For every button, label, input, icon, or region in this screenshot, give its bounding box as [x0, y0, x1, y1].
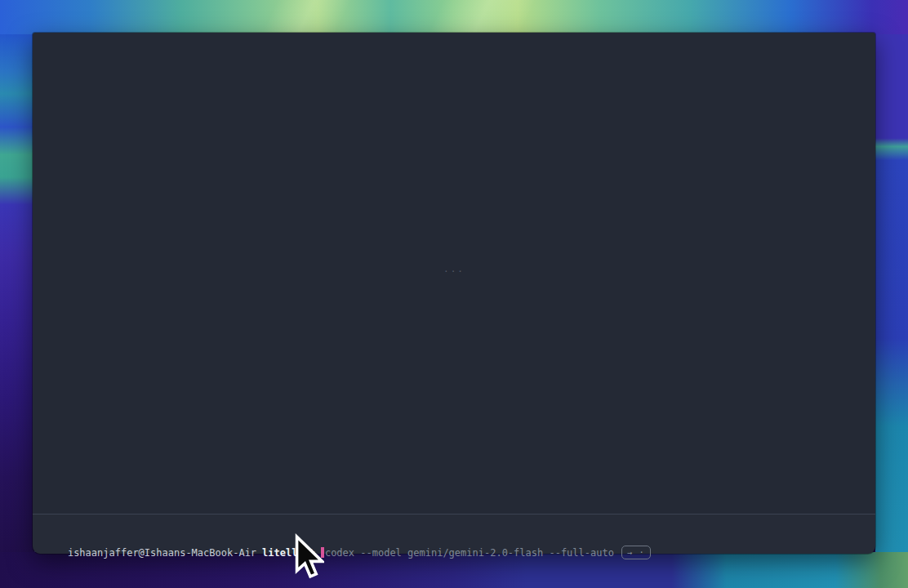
- prompt-user-host: ishaanjaffer@Ishaans-MacBook-Air: [68, 547, 256, 559]
- wallpaper-left-strip: [0, 33, 34, 588]
- autosuggest-hint-key: → ·: [621, 546, 651, 559]
- prompt-symbol: %: [309, 547, 315, 559]
- terminal-window[interactable]: ... ishaanjaffer@Ishaans-MacBook-Airlite…: [33, 33, 875, 554]
- autosuggestion-text: codex --model gemini/gemini-2.0-flash --…: [325, 547, 614, 559]
- wallpaper-right-strip: [875, 33, 908, 588]
- prompt-directory: litellm: [262, 547, 304, 559]
- text-cursor: [321, 547, 324, 558]
- wallpaper-top-strip: [0, 0, 908, 34]
- loading-indicator: ...: [443, 264, 465, 274]
- shell-prompt[interactable]: ishaanjaffer@Ishaans-MacBook-Airlitellm%…: [44, 528, 864, 577]
